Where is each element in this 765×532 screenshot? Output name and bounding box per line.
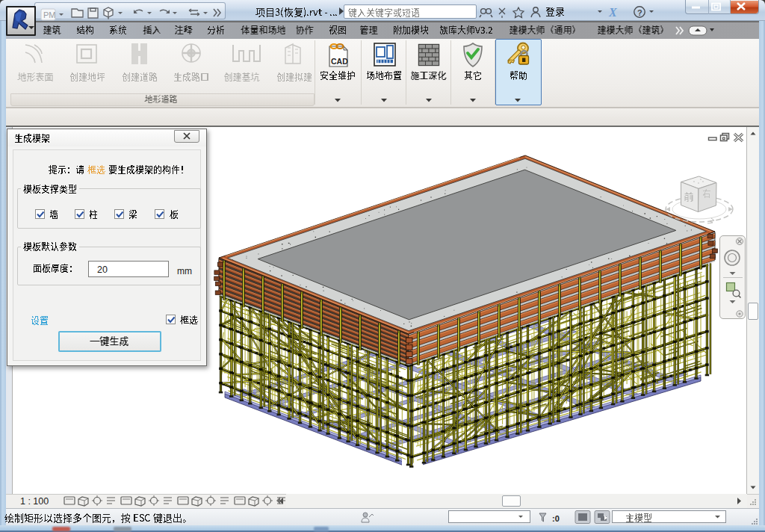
svg-text:mm: mm [177,266,192,276]
svg-text:X: X [608,6,617,19]
svg-text:20: 20 [97,265,108,275]
svg-text:PM: PM [43,10,56,19]
svg-text:CAD: CAD [331,57,348,66]
svg-text:?: ? [637,8,642,17]
svg-text::0: :0 [552,514,560,523]
svg-text:1 : 100: 1 : 100 [20,496,49,507]
